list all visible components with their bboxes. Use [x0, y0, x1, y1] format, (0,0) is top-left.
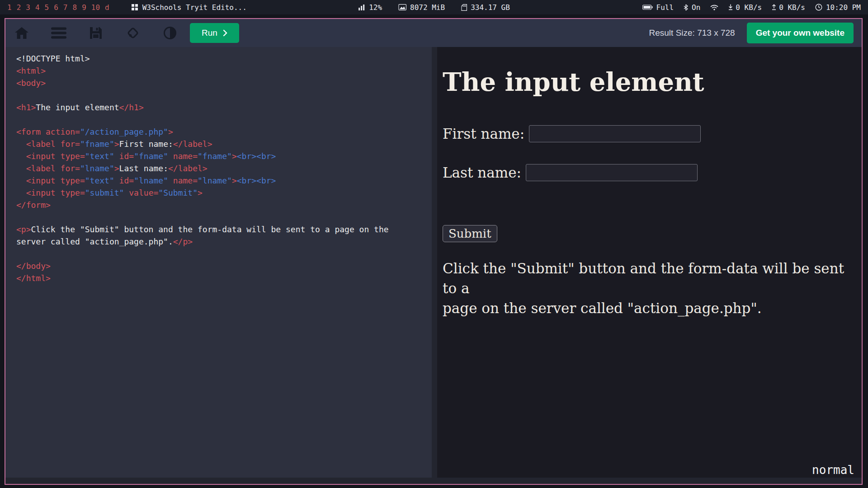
battery-label: Full — [656, 3, 674, 12]
home-icon — [14, 26, 29, 40]
code-line: <body> — [16, 77, 432, 89]
disk-usage: 334.17 GB — [471, 3, 510, 12]
workspace-4[interactable]: 4 — [35, 3, 40, 12]
result-paragraph: Click the "Submit" button and the form-d… — [443, 258, 855, 318]
first-name-label: First name: — [443, 126, 524, 142]
battery-status: Full — [642, 3, 674, 12]
code-line: <input type="text" id="fname" name="fnam… — [16, 150, 432, 162]
save-button[interactable] — [88, 25, 104, 41]
change-orientation-icon — [125, 25, 141, 41]
workspace-2[interactable]: 2 — [17, 3, 21, 12]
first-name-row: First name: — [443, 125, 855, 143]
bluetooth-label: On — [692, 3, 700, 12]
cpu-chart-icon — [358, 4, 365, 10]
download-icon — [728, 4, 733, 10]
first-name-input[interactable] — [529, 125, 701, 142]
last-name-input[interactable] — [526, 164, 698, 181]
clock-icon — [815, 4, 822, 11]
code-lines: <!DOCTYPE html><html><body> <h1>The inpu… — [16, 52, 432, 284]
layout-grid-icon — [132, 4, 138, 10]
code-line — [16, 211, 432, 223]
toolbar-icons — [14, 25, 178, 41]
pane-divider[interactable] — [432, 47, 437, 478]
code-line: <!DOCTYPE html> — [16, 52, 432, 65]
code-line — [16, 113, 432, 126]
bluetooth-status: On — [684, 3, 700, 12]
disk-icon — [461, 4, 467, 11]
bluetooth-icon — [684, 4, 688, 11]
workspace-1[interactable]: 1 — [7, 3, 12, 12]
workspace-9[interactable]: 9 — [82, 3, 86, 12]
memory-stat: 8072 MiB — [398, 3, 445, 12]
memory-icon — [398, 4, 406, 10]
workspace-5[interactable]: 5 — [45, 3, 49, 12]
submit-button[interactable]: Submit — [443, 225, 497, 242]
last-name-label: Last name: — [443, 164, 521, 181]
orientation-button[interactable] — [125, 25, 141, 41]
result-size-label: Result Size: 713 x 728 — [649, 28, 735, 38]
cpu-stat: 12% — [358, 3, 382, 12]
vim-mode-indicator: normal — [812, 463, 854, 477]
workspace-8[interactable]: 8 — [72, 3, 77, 12]
cpu-usage: 12% — [369, 3, 382, 12]
code-line: <label for="lname">Last name:</label> — [16, 162, 432, 174]
editor-panes: <!DOCTYPE html><html><body> <h1>The inpu… — [5, 47, 862, 478]
code-line: </body> — [16, 260, 432, 272]
code-line: <h1>The input element</h1> — [16, 101, 432, 113]
status-bar: 12345678910d W3Schools Tryit Edito... 12… — [0, 0, 868, 14]
code-line: <html> — [16, 65, 432, 77]
hamburger-menu-icon — [51, 27, 66, 39]
workspace-7[interactable]: 7 — [63, 3, 68, 12]
code-line: <form action="/action_page.php"> — [16, 126, 432, 138]
clock: 10:20 PM — [815, 3, 861, 12]
status-bar-right: Full On 0 KB/s 0 KB/s — [642, 3, 861, 12]
code-line — [16, 89, 432, 101]
toolbar-right: Result Size: 713 x 728 Get your own webs… — [649, 23, 854, 43]
upload-icon — [772, 4, 776, 10]
code-line — [16, 248, 432, 260]
net-upload: 0 KB/s — [772, 3, 805, 12]
home-button[interactable] — [14, 25, 30, 41]
net-download-value: 0 KB/s — [736, 3, 762, 12]
memory-usage: 8072 MiB — [410, 3, 445, 12]
system-stats: 12% 8072 MiB 334.17 GB — [358, 3, 510, 12]
editor-toolbar: Run Result Size: 713 x 728 Get your own … — [5, 19, 862, 47]
code-line: </form> — [16, 199, 432, 211]
active-window-title: W3Schools Tryit Edito... — [132, 3, 247, 12]
workspace-6[interactable]: 6 — [54, 3, 58, 12]
clock-time: 10:20 PM — [826, 3, 861, 12]
code-line: </html> — [16, 272, 432, 284]
workspace-10[interactable]: 10 — [91, 3, 100, 12]
code-line: <input type="text" id="lname" name="lnam… — [16, 174, 432, 187]
last-name-row: Last name: — [443, 164, 855, 182]
workspace-d[interactable]: d — [105, 3, 109, 12]
menu-button[interactable] — [51, 25, 67, 41]
contrast-icon — [163, 26, 177, 40]
net-download: 0 KB/s — [728, 3, 762, 12]
workspace-list: 12345678910d — [7, 3, 114, 12]
result-heading: The input element — [443, 67, 855, 97]
run-button-label: Run — [202, 28, 217, 38]
result-pane: The input element First name: Last name:… — [437, 47, 862, 478]
net-upload-value: 0 KB/s — [779, 3, 805, 12]
disk-stat: 334.17 GB — [461, 3, 510, 12]
battery-icon — [642, 5, 653, 10]
code-line: <p>Click the "Submit" button and the for… — [16, 223, 432, 235]
workspace-3[interactable]: 3 — [26, 3, 30, 12]
code-line: <label for="fname">First name:</label> — [16, 138, 432, 150]
dark-mode-button[interactable] — [162, 25, 178, 41]
result-paragraph-line2: page on the server called "action_page.p… — [443, 298, 855, 318]
wifi-icon — [710, 5, 718, 10]
window-title-text: W3Schools Tryit Edito... — [142, 3, 247, 12]
get-website-button[interactable]: Get your own website — [747, 23, 854, 43]
code-editor[interactable]: <!DOCTYPE html><html><body> <h1>The inpu… — [5, 47, 432, 478]
run-chevron-icon — [223, 29, 227, 37]
save-icon — [89, 26, 103, 40]
result-paragraph-line1: Click the "Submit" button and the form-d… — [443, 258, 855, 298]
code-line: server called "action_page.php".</p> — [16, 235, 432, 248]
tryit-editor-window: Run Result Size: 713 x 728 Get your own … — [5, 18, 863, 485]
code-line: <input type="submit" value="Submit"> — [16, 187, 432, 199]
run-button[interactable]: Run — [190, 23, 239, 43]
